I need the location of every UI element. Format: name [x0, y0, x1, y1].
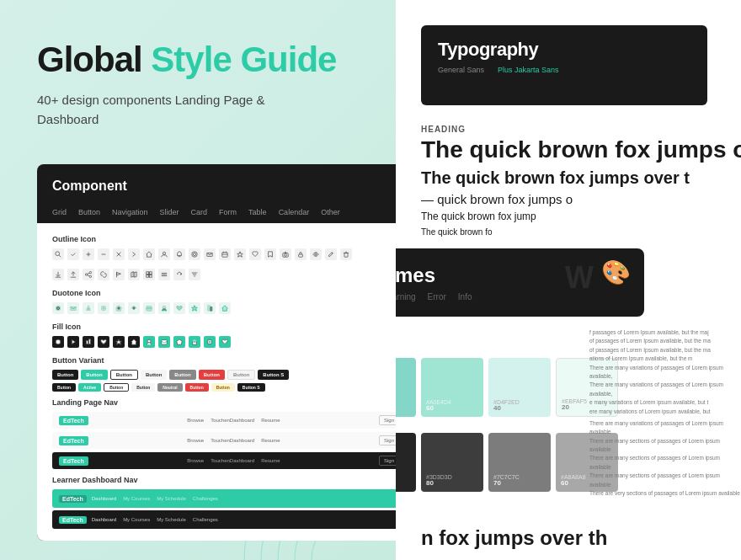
dashboard-nav-1: EdTech Dashboard My Courses My Schedule …	[52, 489, 443, 508]
btn-dark-filled[interactable]: Button	[52, 370, 78, 380]
svg-rect-73	[87, 340, 88, 344]
icon-star	[234, 248, 246, 260]
icon-eye	[310, 248, 322, 260]
svg-point-16	[193, 253, 195, 255]
svg-line-6	[59, 255, 61, 257]
dashboard-nav-2: EdTech Dashboard My Courses My Schedule …	[52, 510, 443, 529]
svg-rect-70	[211, 307, 212, 311]
btn-disabled: Button	[227, 370, 255, 380]
btn-red[interactable]: Button	[199, 370, 225, 380]
btn-dark-3[interactable]: Button	[52, 383, 76, 392]
icon-list	[158, 269, 170, 280]
svg-rect-46	[147, 272, 149, 275]
icon-bell	[173, 248, 185, 260]
svg-rect-49	[149, 275, 152, 277]
swatch-40: 40 #D4F2ED	[488, 358, 551, 417]
dashboard-logo-2: EdTech	[59, 516, 87, 524]
btn-outline-dark[interactable]: Button	[110, 370, 138, 380]
svg-marker-72	[72, 340, 75, 344]
hero-subtitle: 40+ design components Landing Page & Das…	[37, 91, 323, 129]
icon-map	[128, 269, 140, 280]
bottom-heading: n fox jumps over th	[421, 526, 607, 550]
duotone-icon-12	[219, 302, 231, 314]
svg-point-27	[315, 253, 317, 255]
btn-warning[interactable]: Button	[211, 383, 235, 392]
nav-preview-1: EdTech Browse TouchenDashboard Resume Si…	[52, 412, 443, 429]
btn-light-2[interactable]: Button	[131, 383, 155, 392]
button-row-2: Button Active Button Button Neutral Butt…	[52, 383, 443, 392]
button-variant-label: Button Variant	[52, 356, 443, 365]
btn-outline-2[interactable]: Button	[104, 383, 129, 392]
right-panel: Typography General Sans Plus Jakarta San…	[396, 0, 741, 560]
duotone-icon-1	[52, 302, 64, 314]
swatch-60: 60 #A0E4D4	[421, 358, 483, 417]
heading-h1: The quick brown fox jumps over the	[421, 136, 741, 163]
fill-icon-6	[128, 336, 140, 348]
component-card-title: Component	[52, 179, 127, 194]
neutral-swatch-90: 90 #252525	[396, 433, 416, 492]
btn-gray-2[interactable]: Neutral	[157, 383, 182, 392]
icon-link	[98, 269, 109, 280]
svg-rect-74	[88, 339, 90, 344]
svg-point-25	[285, 253, 287, 256]
icon-upload	[67, 269, 79, 280]
fill-icon-10	[189, 336, 200, 348]
icon-x	[113, 248, 125, 260]
btn-light[interactable]: Button	[141, 370, 167, 380]
duotone-icon-label: Duotone Icon	[52, 289, 443, 297]
icon-check	[67, 248, 79, 260]
svg-point-37	[85, 274, 87, 275]
svg-point-5	[56, 252, 60, 256]
icon-minus	[98, 248, 109, 260]
svg-point-57	[56, 307, 59, 309]
svg-point-13	[163, 252, 165, 254]
svg-rect-47	[149, 272, 152, 275]
btn-dark-4[interactable]: Button S	[237, 383, 265, 392]
body-text-column: f passages of Lorem Ipsum available, but…	[589, 328, 741, 498]
typography-subtitle: General Sans Plus Jakarta Sans	[438, 66, 690, 74]
component-card-body: Outline Icon	[37, 223, 458, 541]
icon-calendar	[219, 248, 231, 260]
fill-icon-label: Fill Icon	[52, 323, 443, 331]
hero-text: Global Style Guide 40+ design components…	[37, 40, 336, 129]
icon-grid	[143, 269, 155, 280]
icon-bookmark	[264, 248, 276, 260]
nav-links-2: Browse TouchenDashboard Resume	[187, 438, 280, 443]
w-letter: W	[565, 260, 594, 296]
svg-point-17	[192, 252, 197, 257]
icon-flag	[113, 269, 125, 280]
heading-label: HEADING	[421, 125, 466, 134]
svg-rect-30	[344, 253, 348, 257]
nav-logo-3: EdTech	[59, 456, 88, 466]
svg-marker-42	[117, 273, 121, 275]
btn-gray[interactable]: Button	[169, 370, 195, 380]
icon-edit	[325, 248, 337, 260]
fill-icon-11	[204, 336, 216, 348]
color-themes-card: Color Themes Primary Neutrals Warning Er…	[396, 248, 644, 317]
fill-icon-8	[158, 336, 170, 348]
icon-heart	[249, 248, 261, 260]
svg-point-36	[89, 271, 91, 273]
svg-marker-12	[147, 252, 152, 257]
fill-icon-grid	[52, 336, 443, 348]
dashboard-nav-label: Learner Dashboard Nav	[52, 476, 443, 484]
fill-icon-7	[143, 336, 155, 348]
nav-preview-2: EdTech Browse TouchenDashboard Resume Si…	[52, 432, 443, 449]
fill-icon-2	[67, 336, 79, 348]
svg-point-62	[118, 307, 120, 309]
btn-teal-filled[interactable]: Button	[81, 370, 107, 380]
icon-lock	[295, 248, 307, 260]
btn-red-2[interactable]: Button	[185, 383, 209, 392]
btn-teal-2[interactable]: Active	[78, 383, 101, 392]
component-card: Component 👍 Grid Button Navigation Slide…	[37, 164, 458, 541]
neutral-swatch-row: 100 #1C1C1C 90 #252525 80 #3D3D3D 70 #7C…	[396, 433, 618, 492]
outline-icon-label: Outline Icon	[52, 235, 443, 243]
svg-rect-26	[299, 254, 303, 257]
svg-point-38	[89, 275, 91, 277]
icon-arrow-right	[128, 248, 140, 260]
fill-icon-4	[98, 336, 109, 348]
hero-title: Global Style Guide	[37, 40, 336, 79]
fill-icon-9	[173, 336, 185, 348]
heading-h4: The quick brown fox jump	[421, 211, 536, 222]
btn-dark-2[interactable]: Button S	[258, 370, 289, 380]
